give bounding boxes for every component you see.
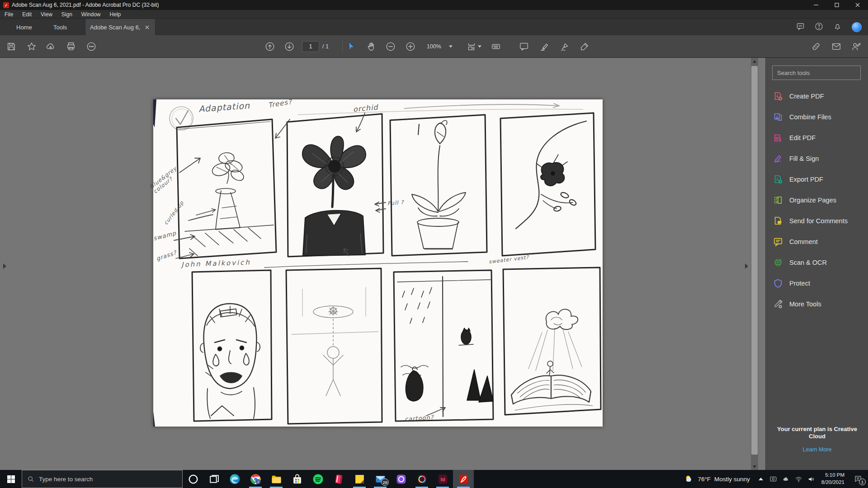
tray-onedrive-icon[interactable] <box>780 470 793 488</box>
edit-pen-tool-icon[interactable] <box>580 42 590 52</box>
notification-center-button[interactable]: 1 <box>848 470 868 488</box>
taskbar-chrome-icon[interactable]: J <box>245 470 266 488</box>
tool-create-pdf[interactable]: Create PDF <box>766 86 868 107</box>
comment-icon <box>773 237 783 247</box>
minimize-button[interactable] <box>806 0 826 10</box>
task-view-button[interactable] <box>203 470 224 488</box>
scan-ocr-icon <box>773 258 783 267</box>
taskbar-purple-app-icon[interactable] <box>391 470 411 488</box>
handwritten-note-full: Full ? <box>387 199 405 207</box>
menu-file[interactable]: File <box>0 11 18 18</box>
menu-edit[interactable]: Edit <box>18 11 36 18</box>
vertical-scrollbar[interactable] <box>751 58 758 470</box>
combine-files-icon <box>773 112 783 122</box>
star-favorite-button[interactable] <box>27 42 37 52</box>
weather-widget[interactable]: 76°F Mostly sunny <box>679 474 754 484</box>
tab-tools[interactable]: Tools <box>45 19 75 35</box>
read-mode-button[interactable] <box>491 42 501 52</box>
notification-count-badge: 1 <box>859 479 866 485</box>
more-options-icon[interactable] <box>86 42 96 52</box>
tool-protect[interactable]: Protect <box>766 273 868 294</box>
feedback-bubble-icon[interactable] <box>796 22 805 33</box>
previous-page-button[interactable] <box>265 42 275 52</box>
taskbar-edge-icon[interactable] <box>224 470 245 488</box>
tool-scan-ocr[interactable]: Scan & OCR <box>766 252 868 273</box>
zoom-level-label[interactable]: 100% <box>427 35 441 58</box>
next-page-button[interactable] <box>284 42 294 52</box>
tray-expand-chevron-icon[interactable] <box>755 470 767 488</box>
send-for-comments-icon <box>773 216 783 226</box>
taskbar-indesign-icon[interactable]: Id <box>432 470 453 488</box>
taskbar-red-app-icon[interactable] <box>328 470 349 488</box>
account-avatar[interactable] <box>852 22 862 32</box>
taskbar-acrobat-icon[interactable] <box>453 470 474 488</box>
scroll-up-arrow[interactable] <box>751 58 758 65</box>
tool-combine-files[interactable]: Combine Files <box>766 107 868 127</box>
zoom-in-button[interactable] <box>406 42 415 52</box>
plan-status-text: Your current plan is Creative Cloud <box>766 426 868 441</box>
tool-export-pdf[interactable]: Export PDF <box>766 169 868 190</box>
tab-document[interactable]: Adobe Scan Aug 6, ... <box>85 19 156 35</box>
chrome-profile-badge: J <box>257 479 259 483</box>
comment-tool-icon[interactable] <box>519 42 529 52</box>
weather-temperature: 76°F <box>698 476 711 483</box>
taskbar-sticky-notes-icon[interactable] <box>349 470 370 488</box>
page-fit-button[interactable] <box>467 42 476 52</box>
menu-window[interactable]: Window <box>77 11 105 18</box>
zoom-out-button[interactable] <box>386 42 396 52</box>
taskbar-search-box[interactable]: Type here to search <box>22 470 183 488</box>
tray-wifi-icon[interactable] <box>793 470 805 488</box>
workspace: Adaptation Trees? orchid Blue&grey colou… <box>0 58 868 470</box>
clock-date: 8/20/2021 <box>821 479 844 486</box>
send-email-icon[interactable] <box>831 42 841 52</box>
scroll-down-arrow[interactable] <box>751 463 758 470</box>
right-panel-collapse-arrow[interactable] <box>744 260 749 272</box>
zoom-dropdown-caret-icon[interactable] <box>449 45 453 47</box>
start-button[interactable] <box>0 470 22 488</box>
page-fit-caret-icon[interactable] <box>478 45 481 47</box>
maximize-button[interactable] <box>826 0 847 10</box>
notifications-bell-icon[interactable] <box>833 22 842 33</box>
tool-edit-pdf[interactable]: Edit PDF <box>766 127 868 148</box>
menu-view[interactable]: View <box>36 11 57 18</box>
search-tools-input[interactable] <box>772 66 861 80</box>
tab-close-icon[interactable] <box>143 23 151 31</box>
taskbar-mail-icon[interactable]: 28 <box>370 470 391 488</box>
window-title: Adobe Scan Aug 6, 2021.pdf - Adobe Acrob… <box>12 2 159 8</box>
share-link-icon[interactable] <box>811 42 821 52</box>
taskbar-spotify-icon[interactable] <box>307 470 328 488</box>
tool-fill-sign[interactable]: Fill & Sign <box>766 148 868 169</box>
left-panel-expand-arrow[interactable] <box>2 260 7 272</box>
tool-organize-pages[interactable]: Organize Pages <box>766 190 868 211</box>
pdf-page: Adaptation Trees? orchid Blue&grey colou… <box>153 99 603 427</box>
tray-volume-icon[interactable] <box>805 470 818 488</box>
tool-comment[interactable]: Comment <box>766 231 868 252</box>
menu-help[interactable]: Help <box>105 11 126 18</box>
tray-cast-icon[interactable] <box>767 470 780 488</box>
sign-pen-tool-icon[interactable] <box>560 42 570 52</box>
mail-unread-badge: 28 <box>381 479 389 486</box>
tool-more-tools[interactable]: More Tools <box>766 294 868 314</box>
hand-tool-button[interactable] <box>366 42 376 52</box>
learn-more-link[interactable]: Learn More <box>766 446 868 453</box>
request-signatures-icon[interactable] <box>851 42 861 52</box>
taskbar-store-icon[interactable] <box>287 470 307 488</box>
tab-home[interactable]: Home <box>8 19 40 35</box>
taskbar-file-explorer-icon[interactable] <box>266 470 287 488</box>
save-button[interactable] <box>6 42 16 52</box>
page-number-input[interactable] <box>302 41 319 52</box>
menu-sign[interactable]: Sign <box>57 11 77 18</box>
cortana-button[interactable] <box>183 470 203 488</box>
highlighter-tool-icon[interactable] <box>539 42 549 52</box>
tool-send-for-comments[interactable]: Send for Comments <box>766 211 868 231</box>
select-tool-button[interactable] <box>346 42 356 52</box>
taskbar-creative-cloud-icon[interactable] <box>411 470 432 488</box>
tab-bar: Home Tools Adobe Scan Aug 6, ... <box>0 19 868 35</box>
scrollbar-thumb[interactable] <box>751 66 758 455</box>
clock-widget[interactable]: 5:10 PM 8/20/2021 <box>818 472 848 486</box>
help-icon[interactable] <box>815 22 823 33</box>
share-cloud-upload-button[interactable] <box>46 42 56 52</box>
close-button[interactable] <box>847 0 868 10</box>
acrobat-app-icon <box>3 2 9 8</box>
print-button[interactable] <box>66 42 76 52</box>
